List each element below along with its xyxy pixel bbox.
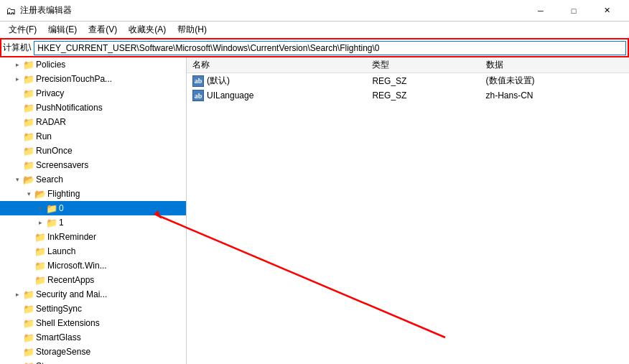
folder-icon-privacy: 📁 bbox=[23, 88, 34, 99]
row0-data: (数值未设置) bbox=[480, 73, 629, 89]
menu-edit[interactable]: 编辑(E) bbox=[42, 22, 83, 37]
tree-label-node1: 1 bbox=[59, 218, 186, 228]
tree-item-shellextensions[interactable]: 📁 Shell Extensions bbox=[0, 316, 186, 330]
folder-icon-microsoftwin: 📁 bbox=[34, 260, 46, 271]
tree-item-run[interactable]: 📁 Run bbox=[0, 129, 186, 144]
tree-item-screensavers[interactable]: 📁 Screensavers bbox=[0, 158, 186, 172]
tree-label-policies: Policies bbox=[36, 60, 186, 70]
folder-icon-node0: 📁 bbox=[46, 202, 57, 214]
folder-icon-pushnotifications: 📁 bbox=[23, 102, 34, 113]
address-bar: 计算机\ bbox=[0, 39, 629, 57]
tree-item-node0[interactable]: 📁 0 bbox=[0, 201, 186, 215]
tree-item-smartglass[interactable]: 📁 SmartGlass bbox=[0, 330, 186, 345]
tree-item-microsoftwin[interactable]: 📁 Microsoft.Win... bbox=[0, 258, 186, 273]
tree-label-precisiontouch: PrecisionTouchPa... bbox=[36, 74, 186, 84]
tree-arrow-policies bbox=[11, 57, 23, 72]
col-header-type: 类型 bbox=[366, 57, 480, 73]
tree-label-flighting: Flighting bbox=[47, 189, 186, 199]
tree-label-settingsync: SettingSync bbox=[36, 304, 186, 314]
tree-arrow-microsoftwin bbox=[23, 258, 34, 273]
tree-item-recentapps[interactable]: 📁 RecentApps bbox=[0, 273, 186, 287]
tree-item-policies[interactable]: 📁 Policies bbox=[0, 57, 186, 72]
row0-type: REG_SZ bbox=[366, 73, 480, 89]
folder-icon-recentapps: 📁 bbox=[34, 274, 46, 286]
tree-label-securityandmai: Security and Mai... bbox=[36, 289, 186, 299]
tree-arrow-recentapps bbox=[23, 273, 34, 287]
tree-arrow-store bbox=[11, 359, 23, 364]
tree-arrow-shellextensions bbox=[11, 316, 23, 330]
address-input[interactable] bbox=[34, 41, 626, 55]
menu-file[interactable]: 文件(F) bbox=[3, 22, 42, 37]
tree-arrow-smartglass bbox=[11, 330, 23, 345]
table-row[interactable]: ab (默认) REG_SZ (数值未设置) bbox=[187, 73, 629, 89]
tree-label-recentapps: RecentApps bbox=[47, 275, 186, 285]
menu-bar: 文件(F) 编辑(E) 查看(V) 收藏夹(A) 帮助(H) bbox=[0, 22, 629, 39]
tree-label-storagesense: StorageSense bbox=[36, 347, 186, 357]
tree-arrow-securityandmai bbox=[11, 287, 23, 302]
tree-item-search[interactable]: 📂 Search bbox=[0, 172, 186, 187]
tree-item-flighting[interactable]: 📂 Flighting bbox=[0, 187, 186, 201]
folder-icon-securityandmai: 📁 bbox=[23, 289, 34, 300]
row0-name: ab (默认) bbox=[187, 73, 366, 89]
tree-item-privacy[interactable]: 📁 Privacy bbox=[0, 86, 186, 101]
tree-item-storagesense[interactable]: 📁 StorageSense bbox=[0, 345, 186, 359]
folder-icon-precisiontouch: 📁 bbox=[23, 73, 34, 85]
tree-label-privacy: Privacy bbox=[36, 88, 186, 98]
tree-arrow-storagesense bbox=[11, 345, 23, 359]
menu-view[interactable]: 查看(V) bbox=[83, 22, 123, 37]
folder-icon-storagesense: 📁 bbox=[23, 346, 34, 358]
tree-label-screensavers: Screensavers bbox=[36, 160, 186, 170]
tree-panel: 📁 Policies 📁 PrecisionTouchPa... 📁 Priva… bbox=[0, 57, 187, 364]
main-area: 📁 Policies 📁 PrecisionTouchPa... 📁 Priva… bbox=[0, 57, 629, 364]
menu-help[interactable]: 帮助(H) bbox=[172, 22, 213, 37]
tree-label-radar: RADAR bbox=[36, 117, 186, 127]
tree-item-node1[interactable]: 📁 1 bbox=[0, 215, 186, 230]
address-label: 计算机\ bbox=[3, 42, 31, 54]
folder-icon-node1: 📁 bbox=[46, 217, 57, 228]
app-title: 注册表编辑器 bbox=[20, 4, 72, 17]
tree-arrow-launch bbox=[23, 244, 34, 258]
menu-favorites[interactable]: 收藏夹(A) bbox=[123, 22, 172, 37]
folder-icon-inkreminder: 📁 bbox=[34, 231, 46, 243]
tree-item-store[interactable]: 📁 Store bbox=[0, 359, 186, 364]
tree-item-launch[interactable]: 📁 Launch bbox=[0, 244, 186, 258]
folder-icon-flighting: 📂 bbox=[34, 188, 46, 200]
tree-arrow-precisiontouch bbox=[11, 72, 23, 86]
folder-icon-settingsync: 📁 bbox=[23, 303, 34, 314]
folder-icon-launch: 📁 bbox=[34, 246, 46, 257]
tree-item-inkreminder[interactable]: 📁 InkReminder bbox=[0, 230, 186, 244]
reg-icon-1: ab bbox=[192, 90, 204, 101]
folder-icon-store: 📁 bbox=[23, 360, 34, 364]
tree-item-precisiontouch[interactable]: 📁 PrecisionTouchPa... bbox=[0, 72, 186, 86]
folder-icon-screensavers: 📁 bbox=[23, 159, 34, 171]
row1-data: zh-Hans-CN bbox=[480, 88, 629, 103]
tree-item-pushnotifications[interactable]: 📁 PushNotifications bbox=[0, 101, 186, 115]
row1-name: ab UILanguage bbox=[187, 88, 366, 103]
maximize-button[interactable]: □ bbox=[557, 0, 590, 22]
tree-arrow-runonce bbox=[11, 144, 23, 158]
col-header-data: 数据 bbox=[480, 57, 629, 73]
tree-arrow-settingsync bbox=[11, 302, 23, 316]
tree-label-inkreminder: InkReminder bbox=[47, 232, 186, 242]
folder-icon-search: 📂 bbox=[23, 174, 34, 185]
title-bar-controls: ─ □ ✕ bbox=[524, 0, 623, 22]
tree-label-microsoftwin: Microsoft.Win... bbox=[47, 261, 186, 271]
close-button[interactable]: ✕ bbox=[590, 0, 623, 22]
tree-arrow-privacy bbox=[11, 86, 23, 101]
folder-icon-shellextensions: 📁 bbox=[23, 317, 34, 329]
minimize-button[interactable]: ─ bbox=[524, 0, 557, 22]
tree-item-settingsync[interactable]: 📁 SettingSync bbox=[0, 302, 186, 316]
tree-item-securityandmai[interactable]: 📁 Security and Mai... bbox=[0, 287, 186, 302]
table-row[interactable]: ab UILanguage REG_SZ zh-Hans-CN bbox=[187, 88, 629, 103]
tree-item-runonce[interactable]: 📁 RunOnce bbox=[0, 144, 186, 158]
reg-icon-0: ab bbox=[192, 75, 204, 87]
row1-type: REG_SZ bbox=[366, 88, 480, 103]
tree-item-radar[interactable]: 📁 RADAR bbox=[0, 115, 186, 129]
tree-arrow-node1 bbox=[34, 215, 46, 230]
title-bar-left: 🗂 注册表编辑器 bbox=[6, 4, 72, 17]
tree-label-runonce: RunOnce bbox=[36, 146, 186, 156]
app-icon: 🗂 bbox=[6, 5, 16, 17]
tree-arrow-search bbox=[11, 172, 23, 187]
tree-arrow-run bbox=[11, 129, 23, 144]
folder-icon-run: 📁 bbox=[23, 131, 34, 142]
